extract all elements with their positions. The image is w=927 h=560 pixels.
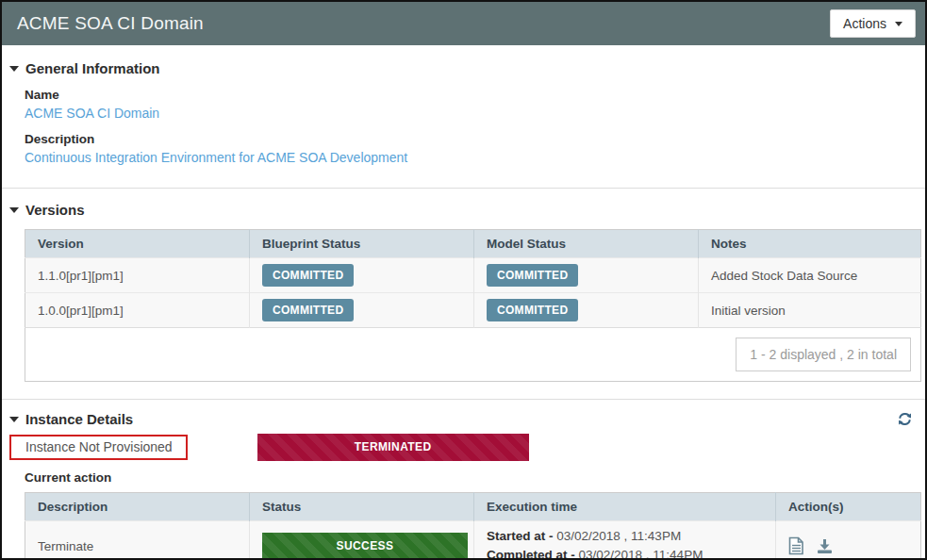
versions-table-header-row: Version Blueprint Status Model Status No… — [25, 230, 921, 258]
column-header-status: Status — [250, 493, 474, 521]
notes-cell: Added Stock Data Source — [699, 258, 921, 293]
notes-cell: Initial version — [699, 293, 921, 328]
action-description-cell: Terminate — [25, 521, 250, 560]
general-information-header[interactable]: General Information — [9, 60, 902, 76]
blueprint-status-badge: COMMITTED — [262, 299, 354, 321]
download-icon[interactable] — [817, 538, 833, 554]
actions-button[interactable]: Actions — [830, 9, 916, 38]
instance-details-section: Instance Details Instance Not Provisione… — [2, 400, 925, 560]
name-label: Name — [25, 88, 902, 102]
started-at-label: Started at - — [487, 529, 554, 543]
column-header-execution-time: Execution time — [474, 493, 776, 521]
terminated-status-banner: TERMINATED — [257, 434, 529, 461]
current-action-header-row: Description Status Execution time Action… — [25, 493, 921, 521]
version-row[interactable]: 1.0.0[pr1][pm1] COMMITTED COMMITTED Init… — [25, 293, 921, 328]
description-value: Continuous Integration Environment for A… — [25, 150, 902, 165]
versions-table-footer-row: 1 - 2 displayed , 2 in total — [25, 328, 921, 382]
column-header-description: Description — [25, 493, 250, 521]
version-cell: 1.1.0[pr1][pm1] — [25, 258, 250, 293]
success-status-bar: SUCCESS — [262, 533, 468, 560]
completed-at-value: 03/02/2018 , 11:44PM — [579, 548, 704, 560]
description-label: Description — [25, 132, 902, 146]
collapse-triangle-icon — [9, 207, 19, 213]
current-action-row: Terminate SUCCESS Started at - 03/02/201… — [25, 521, 921, 560]
actions-button-label: Actions — [843, 16, 886, 31]
versions-section: Versions Version Blueprint Status Model … — [2, 189, 925, 399]
instance-details-header[interactable]: Instance Details — [9, 411, 133, 427]
refresh-icon[interactable] — [898, 412, 912, 426]
view-log-icon[interactable] — [788, 536, 804, 555]
general-information-section: General Information Name ACME SOA CI Dom… — [2, 45, 925, 188]
app-window: ACME SOA CI Domain Actions General Infor… — [0, 0, 927, 560]
model-status-badge: COMMITTED — [487, 299, 578, 321]
column-header-notes: Notes — [699, 230, 921, 258]
current-action-label: Current action — [25, 470, 925, 485]
versions-header[interactable]: Versions — [9, 202, 925, 218]
pagination-summary: 1 - 2 displayed , 2 in total — [736, 338, 911, 371]
title-bar: ACME SOA CI Domain Actions — [2, 2, 925, 45]
completed-at-label: Completed at - — [487, 548, 575, 560]
instance-details-heading: Instance Details — [25, 411, 133, 427]
collapse-triangle-icon — [9, 417, 19, 422]
name-value: ACME SOA CI Domain — [25, 106, 902, 121]
versions-table: Version Blueprint Status Model Status No… — [25, 229, 921, 382]
column-header-blueprint-status: Blueprint Status — [250, 230, 474, 258]
model-status-badge: COMMITTED — [487, 264, 578, 287]
blueprint-status-badge: COMMITTED — [262, 264, 354, 287]
versions-heading: Versions — [25, 202, 85, 218]
page-title: ACME SOA CI Domain — [17, 13, 204, 34]
column-header-version: Version — [25, 230, 250, 258]
column-header-model-status: Model Status — [474, 230, 699, 258]
started-at-value: 03/02/2018 , 11:43PM — [556, 529, 681, 543]
general-information-heading: General Information — [25, 60, 160, 76]
current-action-table: Description Status Execution time Action… — [25, 492, 921, 560]
collapse-triangle-icon — [9, 66, 19, 72]
execution-time-cell: Started at - 03/02/2018 , 11:43PM Comple… — [474, 521, 776, 560]
column-header-actions: Action(s) — [776, 493, 921, 521]
version-cell: 1.0.0[pr1][pm1] — [25, 293, 250, 328]
caret-down-icon — [895, 22, 902, 26]
instance-not-provisioned-callout: Instance Not Provisioned — [9, 435, 188, 460]
version-row[interactable]: 1.1.0[pr1][pm1] COMMITTED COMMITTED Adde… — [25, 258, 921, 293]
